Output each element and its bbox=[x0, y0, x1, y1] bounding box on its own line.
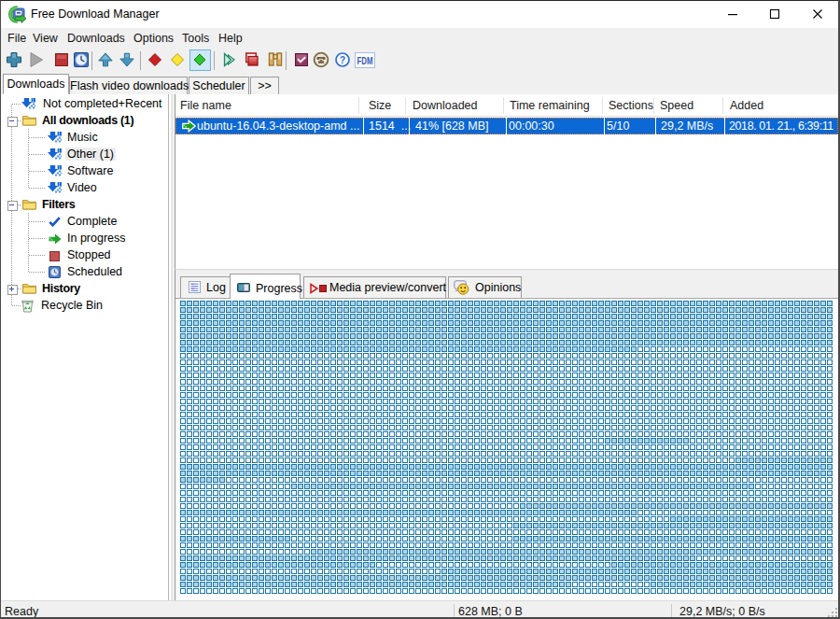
svg-text:?: ? bbox=[340, 54, 345, 65]
svg-text:FDM: FDM bbox=[357, 55, 373, 66]
